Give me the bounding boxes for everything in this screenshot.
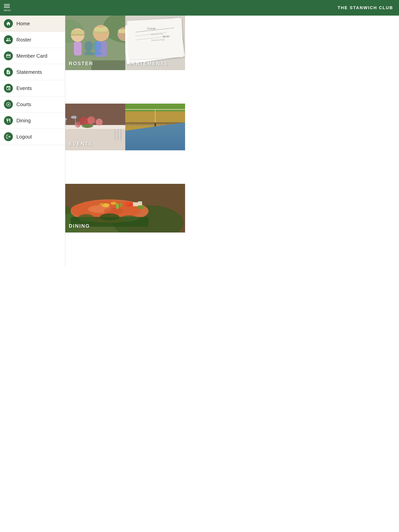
- app-layout: Home Roster Member Card Statements: [0, 0, 185, 266]
- events-icon: [4, 84, 13, 93]
- svg-text:$0.00: $0.00: [163, 35, 169, 38]
- sidebar-label-logout: Logout: [16, 134, 32, 140]
- svg-point-64: [111, 202, 116, 205]
- sidebar-label-roster: Roster: [16, 37, 31, 43]
- sidebar-label-member-card: Member Card: [16, 53, 47, 59]
- svg-rect-53: [125, 123, 185, 125]
- svg-point-75: [100, 213, 119, 221]
- menu-label: MENU: [4, 9, 11, 12]
- sidebar-label-events: Events: [16, 85, 32, 91]
- sidebar-item-home[interactable]: Home: [0, 16, 65, 32]
- tile-dining[interactable]: DINING: [65, 184, 185, 233]
- svg-rect-71: [138, 201, 142, 206]
- sidebar-label-statements: Statements: [16, 69, 42, 75]
- svg-point-74: [78, 214, 94, 222]
- svg-point-66: [116, 203, 119, 209]
- svg-point-72: [137, 205, 144, 209]
- svg-rect-26: [65, 127, 125, 150]
- svg-rect-9: [94, 27, 108, 32]
- tile-statements[interactable]: Charge Amount Pa... $0.00 Amount Paid ST…: [125, 16, 185, 70]
- svg-rect-5: [71, 30, 84, 34]
- svg-point-31: [96, 119, 103, 126]
- tile-label-dining: DINING: [69, 223, 90, 229]
- svg-rect-42: [121, 129, 121, 141]
- svg-point-0: [8, 104, 9, 105]
- statements-icon: [4, 68, 13, 76]
- tile-roster[interactable]: ROSTER: [65, 16, 125, 70]
- svg-point-69: [124, 201, 130, 205]
- svg-point-67: [120, 203, 122, 207]
- roster-icon: [4, 35, 13, 44]
- svg-rect-14: [91, 60, 125, 70]
- svg-point-33: [82, 124, 93, 128]
- tile-courts[interactable]: COURTS: [125, 104, 185, 150]
- sidebar-label-home: Home: [16, 21, 30, 27]
- svg-rect-38: [75, 117, 76, 126]
- menu-button[interactable]: MENU: [4, 4, 11, 12]
- tile-label-roster: ROSTER: [69, 61, 93, 67]
- sidebar-item-dining[interactable]: Dining: [0, 113, 65, 129]
- svg-point-37: [71, 116, 77, 119]
- svg-point-76: [120, 215, 138, 222]
- tile-label-courts: COURTS: [129, 141, 154, 147]
- logout-icon: [4, 132, 13, 141]
- tile-events[interactable]: EVENTS: [65, 104, 125, 150]
- sidebar-label-dining: Dining: [16, 118, 31, 124]
- svg-point-65: [100, 203, 104, 205]
- tile-label-events: EVENTS: [69, 141, 93, 147]
- svg-point-39: [73, 125, 78, 127]
- member-card-icon: [4, 51, 13, 60]
- sidebar-item-events[interactable]: Events: [0, 80, 65, 96]
- svg-rect-70: [133, 202, 138, 206]
- courts-icon: [4, 100, 13, 109]
- dining-icon: [4, 116, 13, 125]
- sidebar-item-roster[interactable]: Roster: [0, 32, 65, 48]
- svg-rect-11: [95, 41, 107, 57]
- sidebar-item-courts[interactable]: Courts: [0, 96, 65, 113]
- header: MENU THE STANWICH CLUB: [0, 0, 185, 16]
- svg-point-29: [87, 116, 95, 124]
- sidebar-label-courts: Courts: [16, 101, 31, 108]
- svg-rect-6: [71, 34, 84, 36]
- main-content: ROSTER Charge Amount Pa... $0.00 Amount …: [65, 16, 185, 266]
- sidebar-item-statements[interactable]: Statements: [0, 64, 65, 80]
- home-icon: [4, 19, 13, 28]
- svg-point-62: [104, 208, 123, 215]
- svg-rect-54: [125, 133, 185, 150]
- sidebar-item-member-card[interactable]: Member Card: [0, 48, 65, 64]
- svg-rect-35: [65, 119, 66, 127]
- svg-text:Charge: Charge: [147, 27, 156, 30]
- svg-rect-13: [118, 29, 125, 33]
- svg-rect-10: [94, 32, 109, 33]
- sidebar: Home Roster Member Card Statements: [0, 16, 65, 266]
- svg-rect-40: [115, 129, 116, 141]
- svg-rect-7: [74, 42, 82, 56]
- svg-rect-41: [118, 129, 118, 141]
- sidebar-item-logout[interactable]: Logout: [0, 129, 65, 145]
- tile-label-statements: STATEMENTS: [129, 61, 168, 67]
